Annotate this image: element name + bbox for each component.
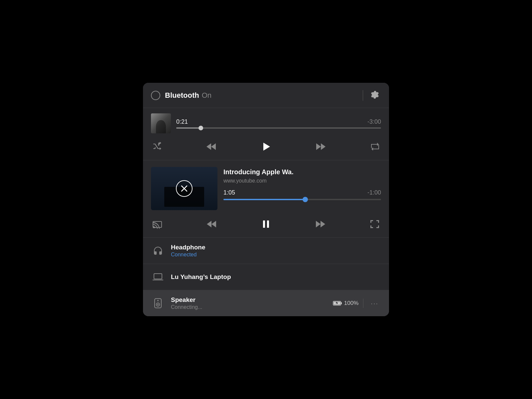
svg-marker-9	[207, 221, 211, 227]
play-button[interactable]	[259, 140, 273, 153]
repeat-icon	[370, 142, 380, 151]
shuffle-icon	[152, 142, 162, 151]
svg-marker-12	[316, 221, 321, 227]
video-time-current: 1:05	[223, 189, 235, 196]
speaker-icon	[152, 297, 164, 309]
device-list: Headphone Connected Lu Yuhang’s Laptop	[143, 238, 389, 316]
battery-block: 100%	[333, 300, 358, 307]
laptop-icon-wrap	[151, 270, 165, 284]
speaker-status: Connecting...	[171, 304, 327, 310]
video-progress-thumb	[303, 197, 308, 202]
svg-rect-20	[341, 302, 342, 304]
video-title: Introducing Apple Wa.	[223, 168, 381, 176]
headphone-name: Headphone	[171, 244, 381, 251]
next-button[interactable]	[314, 141, 328, 153]
play-icon	[261, 141, 271, 152]
album-artwork	[151, 113, 171, 133]
bluetooth-status: On	[202, 91, 211, 100]
music-player: 0:21 -3:00	[143, 108, 389, 160]
svg-marker-0	[211, 143, 216, 150]
video-controls	[151, 214, 381, 231]
headphone-status: Connected	[171, 252, 381, 258]
device-item-headphone[interactable]: Headphone Connected	[143, 238, 389, 264]
svg-marker-1	[206, 143, 211, 150]
video-prev-icon	[206, 219, 217, 229]
speaker-icon-wrap	[151, 296, 165, 310]
laptop-name: Lu Yuhang’s Laptop	[171, 273, 381, 281]
svg-marker-4	[321, 143, 326, 150]
video-source: www.youtube.com	[223, 178, 381, 184]
close-icon	[181, 185, 188, 192]
speaker-info: Speaker Connecting...	[171, 296, 327, 310]
music-progress-block: 0:21 -3:00	[176, 118, 381, 129]
battery-percent: 100%	[344, 300, 358, 307]
bluetooth-panel: Bluetooth On 0:21 -3:00	[143, 83, 389, 316]
pause-button[interactable]	[259, 217, 273, 231]
pause-icon	[261, 219, 271, 229]
headphone-icon	[152, 245, 164, 257]
video-progress-fill	[223, 199, 305, 200]
headphone-icon-wrap	[151, 244, 165, 258]
fullscreen-icon	[370, 219, 380, 229]
video-previous-button[interactable]	[205, 218, 218, 230]
music-progress-thumb	[199, 126, 203, 130]
svg-rect-11	[267, 220, 269, 228]
bluetooth-title: Bluetooth	[165, 91, 199, 100]
previous-button[interactable]	[204, 141, 218, 153]
fullscreen-button[interactable]	[368, 218, 381, 230]
more-options-button[interactable]: ···	[368, 298, 381, 309]
video-info: Introducing Apple Wa. www.youtube.com 1:…	[223, 167, 381, 200]
music-time-current: 0:21	[176, 118, 188, 125]
next-icon	[316, 142, 326, 151]
repeat-button[interactable]	[369, 141, 381, 153]
bluetooth-icon	[151, 91, 160, 100]
speaker-right: 100% ···	[333, 298, 381, 309]
device-item-laptop[interactable]: Lu Yuhang’s Laptop	[143, 264, 389, 290]
svg-marker-3	[316, 143, 321, 150]
header: Bluetooth On	[143, 83, 389, 108]
video-next-button[interactable]	[314, 218, 327, 230]
shuffle-button[interactable]	[151, 141, 163, 153]
header-divider	[363, 90, 363, 101]
battery-icon	[333, 300, 342, 306]
cast-icon	[152, 219, 162, 229]
video-thumbnail	[151, 167, 217, 210]
video-progress-bar[interactable]	[223, 199, 381, 200]
music-progress-bar[interactable]	[176, 127, 381, 129]
music-time-remaining: -3:00	[367, 118, 381, 125]
video-next-icon	[315, 219, 326, 229]
laptop-icon	[152, 271, 164, 283]
prev-icon	[206, 142, 216, 151]
svg-point-18	[157, 300, 159, 301]
svg-rect-10	[263, 220, 265, 228]
video-player: Introducing Apple Wa. www.youtube.com 1:…	[143, 160, 389, 238]
gear-icon	[370, 90, 380, 99]
close-video-button[interactable]	[176, 180, 193, 197]
svg-rect-14	[154, 274, 162, 279]
svg-marker-2	[263, 143, 270, 151]
music-controls	[151, 137, 381, 153]
speaker-name: Speaker	[171, 296, 327, 304]
laptop-info: Lu Yuhang’s Laptop	[171, 273, 381, 281]
video-time-remaining: -1:00	[367, 189, 381, 196]
device-item-speaker[interactable]: Speaker Connecting... 100% ···	[143, 290, 389, 316]
headphone-info: Headphone Connected	[171, 244, 381, 258]
svg-point-17	[157, 304, 159, 305]
svg-marker-8	[211, 221, 216, 227]
settings-button[interactable]	[369, 89, 381, 102]
music-progress-fill	[176, 127, 201, 129]
svg-marker-13	[321, 221, 325, 227]
speaker-divider	[363, 299, 363, 308]
cast-button[interactable]	[151, 218, 164, 230]
